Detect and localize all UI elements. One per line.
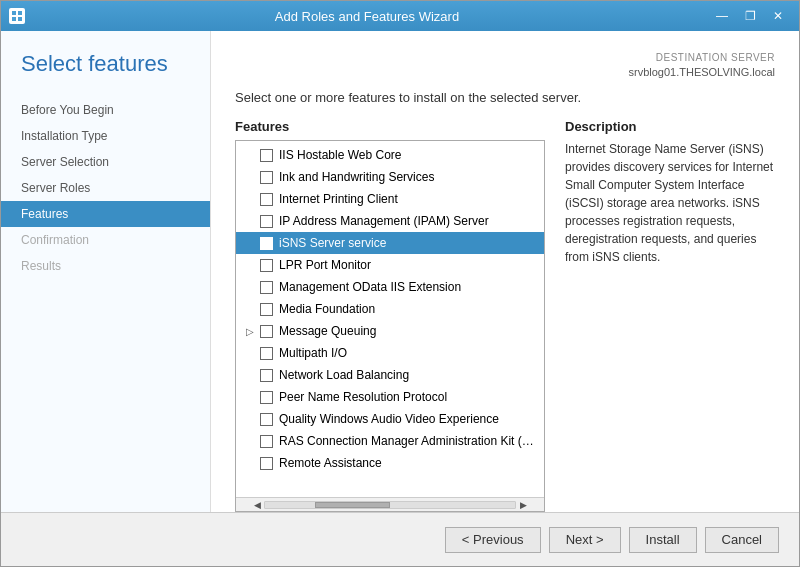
scroll-thumb[interactable] [315,502,390,508]
feature-item-quality-audio[interactable]: Quality Windows Audio Video Experience [236,408,544,430]
description-text: Internet Storage Name Server (iSNS) prov… [565,140,775,266]
checkbox-internet-printing[interactable] [260,193,273,206]
svg-rect-0 [12,11,16,15]
svg-rect-3 [18,17,22,21]
features-inner[interactable]: IIS Hostable Web Core Ink and Handwritin… [236,141,544,497]
main-description: Select one or more features to install o… [235,90,775,105]
feature-item-mgmt-odata[interactable]: Management OData IIS Extension [236,276,544,298]
feature-item-network-lb[interactable]: Network Load Balancing [236,364,544,386]
feature-label-ipam: IP Address Management (IPAM) Server [279,214,489,228]
dest-server-label: DESTINATION SERVER [235,51,775,65]
checkbox-isns[interactable] [260,237,273,250]
feature-label-ras-connection: RAS Connection Manager Administration Ki… [279,434,538,448]
feature-item-ink-handwriting[interactable]: Ink and Handwriting Services [236,166,544,188]
checkbox-remote-assistance[interactable] [260,457,273,470]
svg-rect-2 [12,17,16,21]
window-controls: — ❐ ✕ [709,6,791,26]
page-title: Select features [1,51,210,97]
wizard-window: Add Roles and Features Wizard — ❐ ✕ Sele… [0,0,800,567]
sidebar-item-results: Results [1,253,210,279]
horizontal-scrollbar[interactable]: ◀ ▶ [236,497,544,511]
feature-item-internet-printing[interactable]: Internet Printing Client [236,188,544,210]
sidebar-item-server-selection[interactable]: Server Selection [1,149,210,175]
minimize-button[interactable]: — [709,6,735,26]
checkbox-peer-name[interactable] [260,391,273,404]
description-label: Description [565,119,775,134]
footer: < Previous Next > Install Cancel [1,512,799,566]
checkbox-quality-audio[interactable] [260,413,273,426]
checkbox-ipam[interactable] [260,215,273,228]
checkbox-ras-connection[interactable] [260,435,273,448]
previous-button[interactable]: < Previous [445,527,541,553]
feature-label-message-queuing: Message Queuing [279,324,376,338]
feature-item-message-queuing[interactable]: ▷ Message Queuing [236,320,544,342]
checkbox-multipath-io[interactable] [260,347,273,360]
install-button[interactable]: Install [629,527,697,553]
destination-server: DESTINATION SERVER srvblog01.THESOLVING.… [235,51,775,80]
feature-label-mgmt-odata: Management OData IIS Extension [279,280,461,294]
features-list-container: Features IIS Hostable Web Core [235,119,545,512]
content-area: Select features Before You Begin Install… [1,31,799,512]
cancel-button[interactable]: Cancel [705,527,779,553]
svg-rect-1 [18,11,22,15]
features-area: Features IIS Hostable Web Core [235,119,775,512]
feature-label-remote-assistance: Remote Assistance [279,456,382,470]
checkbox-iis-hostable[interactable] [260,149,273,162]
title-bar: Add Roles and Features Wizard — ❐ ✕ [1,1,799,31]
feature-item-remote-assistance[interactable]: Remote Assistance [236,452,544,474]
sidebar-item-features[interactable]: Features [1,201,210,227]
feature-label-lpr-port: LPR Port Monitor [279,258,371,272]
sidebar-item-confirmation: Confirmation [1,227,210,253]
features-label: Features [235,119,545,134]
checkbox-message-queuing[interactable] [260,325,273,338]
feature-item-peer-name[interactable]: Peer Name Resolution Protocol [236,386,544,408]
main-content: DESTINATION SERVER srvblog01.THESOLVING.… [211,31,799,512]
scroll-left-arrow[interactable]: ◀ [250,500,264,510]
sidebar: Select features Before You Begin Install… [1,31,211,512]
checkbox-mgmt-odata[interactable] [260,281,273,294]
checkbox-network-lb[interactable] [260,369,273,382]
scroll-track[interactable] [264,501,516,509]
feature-label-iis-hostable: IIS Hostable Web Core [279,148,402,162]
sidebar-item-before-you-begin[interactable]: Before You Begin [1,97,210,123]
feature-item-isns[interactable]: iSNS Server service [236,232,544,254]
checkbox-lpr-port[interactable] [260,259,273,272]
dest-server-value: srvblog01.THESOLVING.local [235,65,775,80]
close-button[interactable]: ✕ [765,6,791,26]
feature-label-ink-handwriting: Ink and Handwriting Services [279,170,434,184]
feature-label-quality-audio: Quality Windows Audio Video Experience [279,412,499,426]
restore-button[interactable]: ❐ [737,6,763,26]
scroll-right-arrow[interactable]: ▶ [516,500,530,510]
feature-label-isns: iSNS Server service [279,236,386,250]
next-button[interactable]: Next > [549,527,621,553]
feature-item-multipath-io[interactable]: Multipath I/O [236,342,544,364]
checkbox-ink-handwriting[interactable] [260,171,273,184]
feature-label-media-foundation: Media Foundation [279,302,375,316]
feature-label-network-lb: Network Load Balancing [279,368,409,382]
checkbox-media-foundation[interactable] [260,303,273,316]
feature-item-media-foundation[interactable]: Media Foundation [236,298,544,320]
features-scroll: IIS Hostable Web Core Ink and Handwritin… [235,140,545,512]
feature-label-internet-printing: Internet Printing Client [279,192,398,206]
sidebar-item-installation-type[interactable]: Installation Type [1,123,210,149]
window-icon [9,8,25,24]
feature-item-lpr-port[interactable]: LPR Port Monitor [236,254,544,276]
feature-item-iis-hostable[interactable]: IIS Hostable Web Core [236,144,544,166]
feature-label-multipath-io: Multipath I/O [279,346,347,360]
feature-item-ipam[interactable]: IP Address Management (IPAM) Server [236,210,544,232]
feature-label-peer-name: Peer Name Resolution Protocol [279,390,447,404]
window-title: Add Roles and Features Wizard [25,9,709,24]
expand-button-message-queuing[interactable]: ▷ [242,323,258,339]
feature-item-ras-connection[interactable]: RAS Connection Manager Administration Ki… [236,430,544,452]
description-panel: Description Internet Storage Name Server… [565,119,775,512]
sidebar-item-server-roles[interactable]: Server Roles [1,175,210,201]
